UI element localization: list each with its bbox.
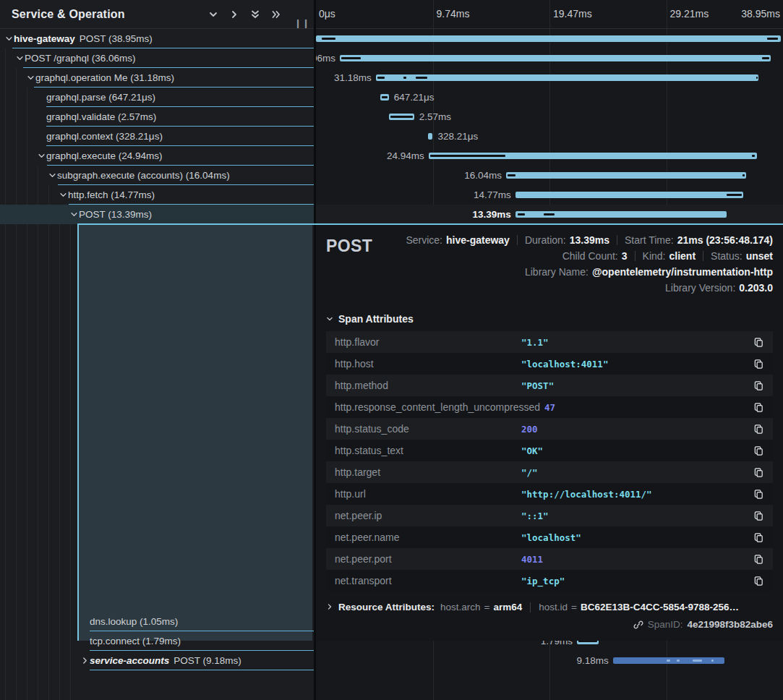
tree-row-graphql-context[interactable]: graphql.context (328.21μs) <box>0 127 314 146</box>
copy-button[interactable] <box>753 402 764 413</box>
timeline-ruler: 0μs 9.74ms 19.47ms 29.21ms 38.95ms <box>316 0 783 29</box>
meta-value: 13.39ms <box>570 234 609 246</box>
tree-row-graphql-validate[interactable]: graphql.validate (2.57ms) <box>0 107 314 127</box>
meta-value: 21ms (23:56:48.174) <box>677 234 773 246</box>
copy-button[interactable] <box>753 380 764 391</box>
bar-row-graphql-execute[interactable]: 24.94ms <box>316 146 783 166</box>
tree-row-post-graphql[interactable]: POST /graphql (36.06ms) <box>0 48 314 68</box>
tree-header-title: Service & Operation <box>12 8 125 21</box>
double-chevron-down-icon[interactable] <box>249 9 261 20</box>
copy-button[interactable] <box>753 359 764 370</box>
bar-tick <box>743 174 745 176</box>
bar-row-post-selected[interactable]: 13.39ms <box>316 205 783 224</box>
span-bars: 36.06ms 31.18ms 647.21μs 2 <box>316 29 783 224</box>
resource-attributes-row[interactable]: Resource Attributes: host.arch = arm64 h… <box>326 602 773 612</box>
attribute-key: http.url <box>335 488 517 500</box>
tree-row-graphql-parse[interactable]: graphql.parse (647.21μs) <box>0 88 314 107</box>
bar-row-graphql-context[interactable]: 328.21μs <box>316 127 783 146</box>
meta-label: Duration: <box>525 234 566 246</box>
bar-row-hive-gateway-post[interactable] <box>316 29 783 48</box>
link-icon[interactable] <box>633 620 643 630</box>
span-bar[interactable] <box>316 35 781 42</box>
copy-button[interactable] <box>753 532 764 543</box>
bar-row-http-fetch[interactable]: 14.77ms <box>316 185 783 205</box>
bar-tick <box>762 57 769 59</box>
copy-button[interactable] <box>753 337 764 348</box>
bar-row-graphql-validate[interactable]: 2.57ms <box>316 107 783 127</box>
attribute-value: "localhost" <box>521 532 581 543</box>
bar-row-graphql-operation[interactable]: 31.18ms <box>316 68 783 88</box>
chevron-down-icon[interactable] <box>69 210 79 218</box>
chevron-down-icon[interactable] <box>26 74 35 82</box>
span-attributes-title: Span Attributes <box>338 313 414 325</box>
resource-attributes-title: Resource Attributes: <box>338 602 435 612</box>
chevron-right-icon[interactable] <box>228 9 240 20</box>
span-bar[interactable] <box>515 192 743 198</box>
span-bar[interactable] <box>506 172 746 179</box>
bar-tick <box>544 213 555 215</box>
panel-resize-grip[interactable]: ❙❙ <box>294 18 310 28</box>
bar-tick <box>667 660 670 662</box>
double-chevron-right-icon[interactable] <box>270 9 282 20</box>
trace-viewer: Service & Operation ❙❙ hive-gateway POST <box>0 0 783 700</box>
resource-key: host.arch <box>440 602 481 612</box>
tree-row-graphql-operation[interactable]: graphql.operation Me (31.18ms) <box>0 68 314 88</box>
copy-button[interactable] <box>753 424 764 435</box>
meta-line: Library Name:@opentelemetry/instrumentat… <box>525 264 773 280</box>
tree-row-service-accounts-post[interactable]: service-accounts POST (9.18ms) <box>0 651 314 670</box>
selected-row-highlight-line <box>77 223 783 225</box>
bar-row-service-accounts-post[interactable]: 9.18ms <box>316 651 783 670</box>
attribute-row: net.transport "ip_tcp" <box>326 570 773 592</box>
tree-row-http-fetch[interactable]: http.fetch (14.77ms) <box>0 185 314 205</box>
bar-duration-label: 13.39ms <box>473 209 511 220</box>
chevron-down-icon[interactable] <box>37 152 46 160</box>
copy-button[interactable] <box>753 489 764 500</box>
tree-row-graphql-execute[interactable]: graphql.execute (24.94ms) <box>0 146 314 166</box>
bar-tick <box>390 116 413 118</box>
meta-value: hive-gateway <box>446 234 510 246</box>
chevron-down-icon[interactable] <box>4 35 14 43</box>
span-label: graphql.context (328.21μs) <box>46 131 163 142</box>
tree-row-tcp-connect[interactable]: tcp.connect (1.79ms) <box>0 631 314 651</box>
chevron-down-icon[interactable] <box>48 171 57 179</box>
chevron-down-icon[interactable] <box>207 9 219 20</box>
tree-row-dns-lookup[interactable]: dns.lookup (1.05ms) <box>0 612 314 631</box>
detail-meta: Service:hive-gateway Duration:13.39ms St… <box>406 232 773 296</box>
ruler-tick-50: 19.47ms <box>553 8 592 20</box>
bar-tick <box>727 194 742 196</box>
bar-row-post-graphql[interactable]: 36.06ms <box>316 48 783 68</box>
span-label: graphql.parse (647.21μs) <box>46 92 155 103</box>
span-bar[interactable] <box>340 55 771 61</box>
attribute-value: "ip_tcp" <box>521 576 565 586</box>
bar-tick <box>756 77 758 79</box>
meta-separator <box>703 251 703 261</box>
copy-button[interactable] <box>753 576 764 586</box>
span-bar[interactable] <box>376 74 759 81</box>
bar-tick <box>752 155 755 157</box>
tree-header-actions <box>207 9 307 20</box>
span-label: graphql.validate (2.57ms) <box>46 111 156 122</box>
tree-row-hive-gateway-post[interactable]: hive-gateway POST (38.95ms) <box>0 29 314 48</box>
chevron-down-icon[interactable] <box>15 54 25 62</box>
tree-row-post-selected[interactable]: POST (13.39ms) <box>0 205 314 224</box>
bar-tick <box>677 660 679 662</box>
attribute-key: http.target <box>335 466 517 478</box>
bar-row-graphql-parse[interactable]: 647.21μs <box>316 88 783 107</box>
bar-row-subgraph-execute[interactable]: 16.04ms <box>316 166 783 185</box>
copy-button[interactable] <box>753 511 764 521</box>
copy-button[interactable] <box>753 445 764 456</box>
copy-button[interactable] <box>753 554 764 565</box>
span-attributes-table: http.flavor "1.1" http.host "localhost:4… <box>326 331 773 592</box>
tree-row-subgraph-execute[interactable]: subgraph.execute (accounts) (16.04ms) <box>0 166 314 185</box>
bar-tick <box>322 38 335 40</box>
resource-equals: = <box>484 602 490 612</box>
attribute-key: net.peer.name <box>335 532 517 543</box>
chevron-right-icon[interactable] <box>80 657 90 665</box>
chevron-down-icon[interactable] <box>59 191 68 199</box>
span-bar[interactable] <box>428 133 432 140</box>
copy-button[interactable] <box>753 467 764 478</box>
timeline-panel: 0μs 9.74ms 19.47ms 29.21ms 38.95ms 36.06… <box>316 0 783 700</box>
ruler-tick-25: 9.74ms <box>437 8 470 20</box>
bar-duration-label: 36.06ms <box>316 53 335 64</box>
span-attributes-toggle[interactable]: Span Attributes <box>326 313 773 325</box>
